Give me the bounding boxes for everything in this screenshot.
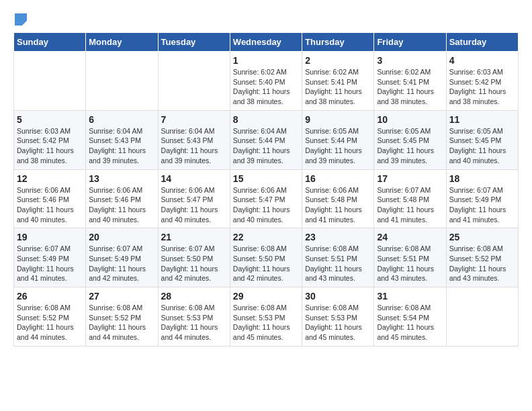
calendar-cell: 29Sunrise: 6:08 AM Sunset: 5:53 PM Dayli…	[230, 287, 302, 347]
calendar-cell: 11Sunrise: 6:05 AM Sunset: 5:45 PM Dayli…	[446, 110, 518, 169]
day-number: 4	[449, 55, 515, 66]
calendar-cell: 7Sunrise: 6:04 AM Sunset: 5:43 PM Daylig…	[158, 110, 230, 169]
day-info: Sunrise: 6:04 AM Sunset: 5:44 PM Dayligh…	[233, 126, 299, 166]
calendar-cell: 2Sunrise: 6:02 AM Sunset: 5:41 PM Daylig…	[302, 52, 374, 111]
calendar-cell: 30Sunrise: 6:08 AM Sunset: 5:53 PM Dayli…	[302, 287, 374, 347]
calendar-cell: 19Sunrise: 6:07 AM Sunset: 5:49 PM Dayli…	[14, 228, 86, 287]
day-number: 31	[377, 291, 443, 302]
day-info: Sunrise: 6:05 AM Sunset: 5:45 PM Dayligh…	[377, 126, 443, 166]
calendar-cell: 21Sunrise: 6:07 AM Sunset: 5:50 PM Dayli…	[158, 228, 230, 287]
calendar-cell: 24Sunrise: 6:08 AM Sunset: 5:51 PM Dayli…	[374, 228, 446, 287]
day-of-week-header: Monday	[86, 33, 158, 52]
day-number: 1	[233, 55, 299, 66]
day-number: 2	[305, 55, 371, 66]
calendar-cell: 1Sunrise: 6:02 AM Sunset: 5:40 PM Daylig…	[230, 52, 302, 111]
day-number: 24	[377, 232, 443, 242]
day-number: 8	[233, 114, 299, 125]
day-of-week-header: Sunday	[14, 33, 86, 52]
day-info: Sunrise: 6:05 AM Sunset: 5:45 PM Dayligh…	[449, 126, 515, 166]
day-info: Sunrise: 6:08 AM Sunset: 5:54 PM Dayligh…	[377, 303, 443, 342]
day-info: Sunrise: 6:07 AM Sunset: 5:50 PM Dayligh…	[161, 244, 227, 283]
day-of-week-header: Thursday	[302, 33, 374, 52]
day-info: Sunrise: 6:02 AM Sunset: 5:40 PM Dayligh…	[233, 67, 299, 107]
page-header	[13, 13, 519, 26]
day-of-week-header: Saturday	[446, 33, 518, 52]
calendar-cell: 20Sunrise: 6:07 AM Sunset: 5:49 PM Dayli…	[86, 228, 158, 287]
calendar-cell: 10Sunrise: 6:05 AM Sunset: 5:45 PM Dayli…	[374, 110, 446, 169]
calendar-cell: 26Sunrise: 6:08 AM Sunset: 5:52 PM Dayli…	[14, 287, 86, 347]
day-info: Sunrise: 6:06 AM Sunset: 5:46 PM Dayligh…	[89, 185, 154, 225]
calendar-cell: 14Sunrise: 6:06 AM Sunset: 5:47 PM Dayli…	[158, 169, 230, 228]
calendar-cell	[446, 287, 518, 347]
day-info: Sunrise: 6:04 AM Sunset: 5:43 PM Dayligh…	[161, 126, 227, 166]
day-of-week-row: SundayMondayTuesdayWednesdayThursdayFrid…	[14, 33, 519, 52]
day-of-week-header: Tuesday	[158, 33, 230, 52]
calendar-cell	[14, 52, 86, 111]
day-number: 27	[89, 291, 154, 302]
day-number: 6	[89, 114, 154, 125]
calendar-cell: 8Sunrise: 6:04 AM Sunset: 5:44 PM Daylig…	[230, 110, 302, 169]
day-info: Sunrise: 6:07 AM Sunset: 5:49 PM Dayligh…	[17, 244, 83, 283]
calendar-cell: 13Sunrise: 6:06 AM Sunset: 5:46 PM Dayli…	[86, 169, 158, 228]
day-number: 23	[305, 232, 371, 242]
calendar-cell: 15Sunrise: 6:06 AM Sunset: 5:47 PM Dayli…	[230, 169, 302, 228]
day-info: Sunrise: 6:06 AM Sunset: 5:46 PM Dayligh…	[17, 185, 83, 225]
day-info: Sunrise: 6:07 AM Sunset: 5:48 PM Dayligh…	[377, 185, 443, 225]
day-number: 26	[17, 291, 83, 302]
calendar-week-row: 5Sunrise: 6:03 AM Sunset: 5:42 PM Daylig…	[14, 110, 519, 169]
calendar-cell: 27Sunrise: 6:08 AM Sunset: 5:52 PM Dayli…	[86, 287, 158, 347]
day-info: Sunrise: 6:04 AM Sunset: 5:43 PM Dayligh…	[89, 126, 154, 166]
calendar-cell	[86, 52, 158, 111]
day-number: 20	[89, 232, 154, 242]
day-number: 18	[449, 173, 515, 184]
calendar-week-row: 12Sunrise: 6:06 AM Sunset: 5:46 PM Dayli…	[14, 169, 519, 228]
day-info: Sunrise: 6:08 AM Sunset: 5:51 PM Dayligh…	[305, 244, 371, 283]
day-info: Sunrise: 6:08 AM Sunset: 5:53 PM Dayligh…	[305, 303, 371, 342]
day-number: 10	[377, 114, 443, 125]
day-info: Sunrise: 6:06 AM Sunset: 5:47 PM Dayligh…	[233, 185, 299, 225]
calendar-cell: 12Sunrise: 6:06 AM Sunset: 5:46 PM Dayli…	[14, 169, 86, 228]
day-info: Sunrise: 6:06 AM Sunset: 5:48 PM Dayligh…	[305, 185, 371, 225]
day-info: Sunrise: 6:07 AM Sunset: 5:49 PM Dayligh…	[449, 185, 515, 225]
calendar-cell	[158, 52, 230, 111]
day-info: Sunrise: 6:03 AM Sunset: 5:42 PM Dayligh…	[17, 126, 83, 166]
calendar-cell: 17Sunrise: 6:07 AM Sunset: 5:48 PM Dayli…	[374, 169, 446, 228]
calendar-week-row: 1Sunrise: 6:02 AM Sunset: 5:40 PM Daylig…	[14, 52, 519, 111]
calendar-week-row: 19Sunrise: 6:07 AM Sunset: 5:49 PM Dayli…	[14, 228, 519, 287]
day-number: 13	[89, 173, 154, 184]
day-info: Sunrise: 6:03 AM Sunset: 5:42 PM Dayligh…	[449, 67, 515, 107]
calendar-cell: 6Sunrise: 6:04 AM Sunset: 5:43 PM Daylig…	[86, 110, 158, 169]
calendar-cell: 28Sunrise: 6:08 AM Sunset: 5:53 PM Dayli…	[158, 287, 230, 347]
day-info: Sunrise: 6:06 AM Sunset: 5:47 PM Dayligh…	[161, 185, 227, 225]
day-number: 14	[161, 173, 227, 184]
day-info: Sunrise: 6:08 AM Sunset: 5:52 PM Dayligh…	[17, 303, 83, 342]
day-info: Sunrise: 6:08 AM Sunset: 5:52 PM Dayligh…	[449, 244, 515, 283]
calendar-cell: 16Sunrise: 6:06 AM Sunset: 5:48 PM Dayli…	[302, 169, 374, 228]
day-of-week-header: Wednesday	[230, 33, 302, 52]
day-number: 5	[17, 114, 83, 125]
calendar-cell: 18Sunrise: 6:07 AM Sunset: 5:49 PM Dayli…	[446, 169, 518, 228]
day-number: 11	[449, 114, 515, 125]
calendar-week-row: 26Sunrise: 6:08 AM Sunset: 5:52 PM Dayli…	[14, 287, 519, 347]
day-info: Sunrise: 6:08 AM Sunset: 5:53 PM Dayligh…	[161, 303, 227, 342]
calendar-cell: 22Sunrise: 6:08 AM Sunset: 5:50 PM Dayli…	[230, 228, 302, 287]
day-info: Sunrise: 6:08 AM Sunset: 5:50 PM Dayligh…	[233, 244, 299, 283]
calendar-cell: 31Sunrise: 6:08 AM Sunset: 5:54 PM Dayli…	[374, 287, 446, 347]
calendar-body: 1Sunrise: 6:02 AM Sunset: 5:40 PM Daylig…	[14, 52, 519, 347]
calendar-cell: 4Sunrise: 6:03 AM Sunset: 5:42 PM Daylig…	[446, 52, 518, 111]
calendar-cell: 3Sunrise: 6:02 AM Sunset: 5:41 PM Daylig…	[374, 52, 446, 111]
calendar-cell: 9Sunrise: 6:05 AM Sunset: 5:44 PM Daylig…	[302, 110, 374, 169]
day-info: Sunrise: 6:08 AM Sunset: 5:53 PM Dayligh…	[233, 303, 299, 342]
day-number: 16	[305, 173, 371, 184]
logo	[13, 13, 27, 26]
day-number: 17	[377, 173, 443, 184]
day-number: 9	[305, 114, 371, 125]
day-number: 21	[161, 232, 227, 242]
day-info: Sunrise: 6:02 AM Sunset: 5:41 PM Dayligh…	[377, 67, 443, 107]
day-number: 12	[17, 173, 83, 184]
calendar-cell: 23Sunrise: 6:08 AM Sunset: 5:51 PM Dayli…	[302, 228, 374, 287]
day-number: 19	[17, 232, 83, 242]
day-number: 7	[161, 114, 227, 125]
day-number: 25	[449, 232, 515, 242]
day-number: 28	[161, 291, 227, 302]
